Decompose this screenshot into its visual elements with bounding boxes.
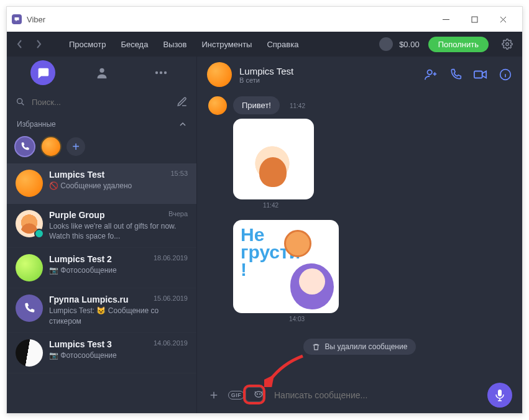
- chat-item-preview: Looks like we're all out of gifts for no…: [49, 221, 188, 241]
- message-bubble: Привет!: [233, 96, 280, 114]
- chat-header: Lumpics Test В сети: [197, 57, 522, 93]
- favorite-viber[interactable]: [14, 136, 35, 157]
- chevron-up-icon: [179, 121, 186, 128]
- svg-point-11: [260, 394, 260, 395]
- message-time: 11:42: [290, 103, 305, 109]
- app-window: Viber Просмотр Беседа Вызов Инструменты …: [6, 6, 523, 414]
- chat-status: В сети: [239, 76, 416, 84]
- chat-item-time: 14.06.2019: [154, 339, 188, 349]
- chat-list-item[interactable]: Группа Lumpics.ru15.06.2019Lumpics Test:…: [7, 288, 196, 332]
- tab-contacts[interactable]: [90, 60, 114, 85]
- chat-item-name: Группа Lumpics.ru: [49, 294, 129, 304]
- chat-item-avatar: [16, 339, 43, 367]
- svg-rect-8: [474, 71, 482, 78]
- sidebar: Избранные + Lumpics Test15:53🚫 Сообщение…: [7, 57, 196, 413]
- deleted-message-chip: Вы удалили сообщение: [303, 339, 416, 355]
- chat-item-time: 15.06.2019: [154, 294, 188, 304]
- sticker-cat-wave[interactable]: [233, 119, 314, 199]
- gif-button[interactable]: GIF: [229, 388, 243, 402]
- chat-item-preview: 🚫 Сообщение удалено: [49, 181, 188, 191]
- svg-rect-12: [498, 390, 502, 396]
- voice-call-button[interactable]: [449, 68, 462, 81]
- menubar: Просмотр Беседа Вызов Инструменты Справк…: [7, 32, 522, 57]
- topup-button[interactable]: Пополнить: [428, 37, 489, 52]
- nav-forward-button[interactable]: [30, 36, 47, 52]
- messages-area[interactable]: Привет! 11:42 11:42 Негрусти! 14:03: [197, 93, 522, 377]
- sticker-button[interactable]: [252, 388, 265, 402]
- chat-item-time: 15:53: [170, 170, 188, 180]
- nav-back-button[interactable]: [12, 36, 28, 52]
- svg-point-6: [17, 99, 22, 104]
- svg-point-5: [163, 71, 166, 74]
- chat-list-item[interactable]: Lumpics Test 314.06.2019📷 Фотосообщение: [7, 333, 196, 373]
- message-row: Привет! 11:42: [208, 96, 511, 115]
- video-call-button[interactable]: [474, 68, 487, 81]
- window-maximize-button[interactable]: [460, 7, 489, 32]
- svg-point-1: [506, 43, 509, 46]
- tab-more[interactable]: [149, 60, 173, 85]
- svg-rect-0: [472, 17, 477, 22]
- window-title: Viber: [27, 15, 45, 24]
- menu-view[interactable]: Просмотр: [63, 36, 112, 53]
- bot-badge-icon: [34, 229, 44, 239]
- attach-button[interactable]: [207, 388, 221, 402]
- chat-item-name: Lumpics Test: [49, 170, 104, 180]
- settings-button[interactable]: [497, 34, 517, 54]
- svg-point-7: [428, 70, 432, 75]
- composer: GIF: [197, 377, 522, 413]
- viber-logo-icon: [12, 14, 22, 24]
- favorites-header[interactable]: Избранные: [7, 115, 196, 134]
- chat-item-time: 18.06.2019: [154, 254, 188, 264]
- chat-item-avatar: [16, 294, 43, 322]
- chat-item-preview: Lumpics Test: 😺 Сообщение со стикером: [49, 306, 188, 326]
- chat-list-item[interactable]: Lumpics Test15:53🚫 Сообщение удалено: [7, 163, 196, 204]
- tab-chats[interactable]: [30, 60, 55, 85]
- chat-list-item[interactable]: Purple GroupВчераLooks like we're all ou…: [7, 204, 196, 248]
- menu-help[interactable]: Справка: [260, 36, 305, 53]
- chat-item-name: Lumpics Test 2: [49, 254, 112, 264]
- chat-list-item[interactable]: Lumpics Test 218.06.2019📷 Фотосообщение: [7, 248, 196, 288]
- main-split: Избранные + Lumpics Test15:53🚫 Сообщение…: [7, 57, 522, 413]
- menu-chat[interactable]: Беседа: [114, 36, 154, 53]
- profile-avatar[interactable]: [379, 37, 393, 51]
- search-input[interactable]: [32, 98, 170, 107]
- add-participant-button[interactable]: [424, 68, 438, 81]
- sticker-dont-be-sad[interactable]: Негрусти!: [233, 220, 339, 313]
- trash-icon: [312, 343, 320, 351]
- chat-header-avatar[interactable]: [207, 62, 232, 87]
- message-input[interactable]: [274, 390, 479, 400]
- chat-item-avatar: [16, 170, 43, 197]
- chat-item-time: Вчера: [168, 210, 188, 220]
- titlebar: Viber: [7, 7, 522, 32]
- favorite-add-button[interactable]: +: [67, 137, 85, 156]
- voice-message-button[interactable]: [487, 383, 512, 408]
- sticker-time: 14:03: [289, 316, 511, 322]
- chat-item-avatar: [16, 254, 43, 281]
- message-avatar[interactable]: [208, 96, 227, 115]
- chat-item-name: Lumpics Test 3: [49, 339, 112, 349]
- menu-tools[interactable]: Инструменты: [195, 36, 258, 53]
- compose-button[interactable]: [177, 96, 188, 107]
- sticker-time: 11:42: [263, 202, 511, 209]
- chat-item-preview: 📷 Фотосообщение: [49, 265, 188, 275]
- window-minimize-button[interactable]: [431, 7, 460, 32]
- chat-info-button[interactable]: [499, 68, 512, 81]
- svg-point-2: [99, 68, 104, 73]
- chat-title: Lumpics Test: [239, 66, 416, 76]
- balance-label: $0.00: [399, 40, 420, 49]
- chat-item-avatar: [16, 210, 43, 237]
- favorite-lumpics[interactable]: [40, 136, 62, 157]
- chat-pane: Lumpics Test В сети Привет! 11:42: [196, 57, 522, 413]
- menu-call[interactable]: Вызов: [157, 36, 193, 53]
- deleted-message-text: Вы удалили сообщение: [325, 342, 408, 351]
- svg-point-3: [155, 71, 157, 74]
- chat-item-preview: 📷 Фотосообщение: [49, 350, 188, 360]
- window-close-button[interactable]: [489, 7, 517, 32]
- svg-point-10: [257, 394, 257, 395]
- favorites-label: Избранные: [17, 120, 56, 129]
- search-icon: [16, 97, 25, 107]
- chat-item-name: Purple Group: [49, 210, 104, 220]
- chat-list: Lumpics Test15:53🚫 Сообщение удаленоPurp…: [7, 163, 196, 413]
- svg-point-4: [159, 71, 162, 74]
